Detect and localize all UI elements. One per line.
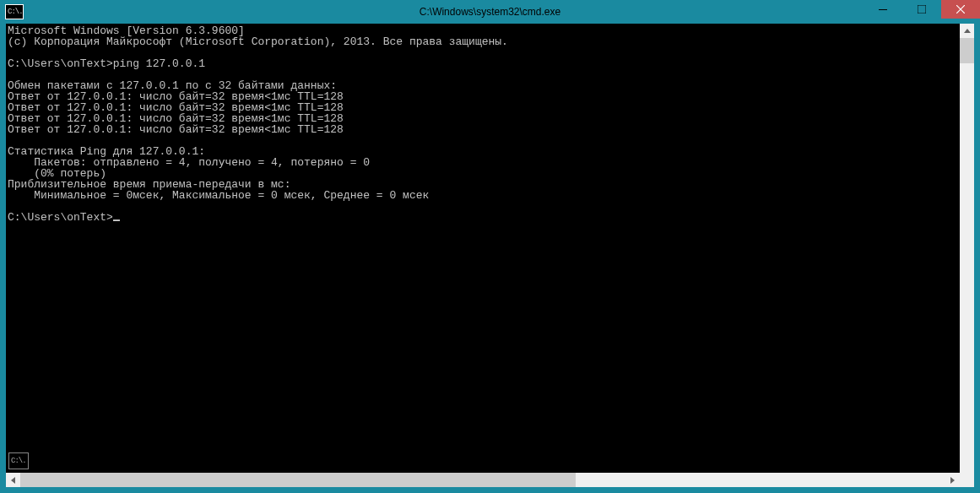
cmd-window: C:\. C:\Windows\system32\cmd.exe Microso… (0, 0, 980, 493)
chevron-right-icon (950, 477, 955, 484)
horizontal-scrollbar[interactable] (6, 473, 974, 487)
scroll-right-button[interactable] (945, 473, 960, 487)
scroll-left-button[interactable] (6, 473, 20, 487)
close-icon (956, 5, 965, 14)
maximize-icon (918, 5, 926, 14)
vertical-scroll-thumb[interactable] (960, 38, 974, 63)
window-controls (864, 0, 980, 19)
console-output: Microsoft Windows [Version 6.3.9600] (c)… (6, 24, 960, 223)
minimize-button[interactable] (864, 0, 902, 19)
client-area: Microsoft Windows [Version 6.3.9600] (c)… (6, 24, 974, 487)
scrollbar-corner (960, 473, 974, 487)
svg-rect-1 (918, 5, 926, 14)
chevron-up-icon (964, 29, 971, 33)
chevron-left-icon (11, 477, 15, 484)
horizontal-scroll-track[interactable] (20, 473, 945, 487)
svg-rect-0 (879, 9, 887, 10)
titlebar[interactable]: C:\. C:\Windows\system32\cmd.exe (0, 0, 980, 24)
console-area[interactable]: Microsoft Windows [Version 6.3.9600] (c)… (6, 24, 960, 487)
close-button[interactable] (941, 0, 980, 19)
scroll-up-button[interactable] (960, 24, 974, 38)
window-title: C:\Windows\system32\cmd.exe (0, 6, 980, 18)
horizontal-scroll-thumb[interactable] (20, 473, 576, 487)
system-menu-icon[interactable]: C:\. (8, 452, 29, 469)
maximize-button[interactable] (902, 0, 941, 19)
minimize-icon (879, 5, 887, 14)
vertical-scroll-track[interactable] (960, 38, 974, 473)
vertical-scrollbar[interactable] (960, 24, 974, 487)
app-icon: C:\. (5, 4, 24, 19)
